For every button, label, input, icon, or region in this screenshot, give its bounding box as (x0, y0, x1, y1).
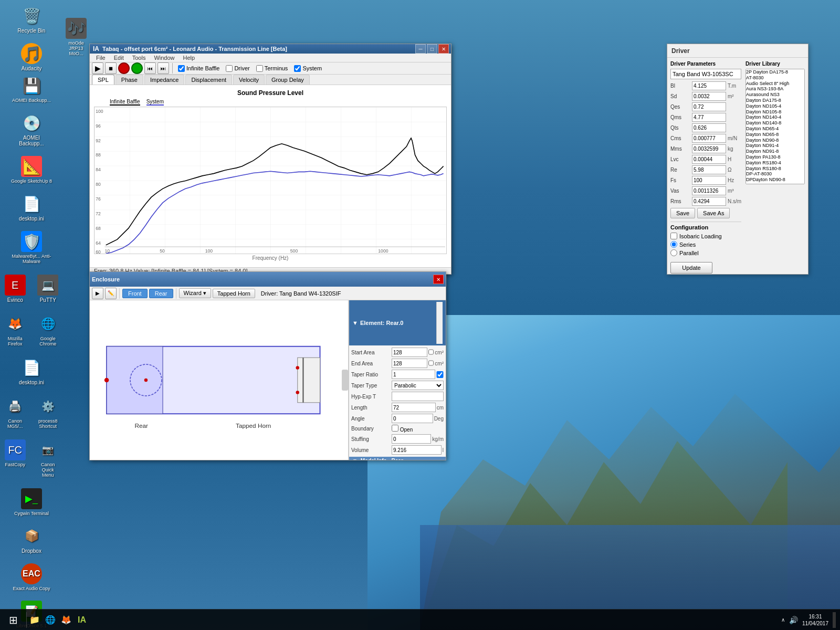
stuffing-input[interactable] (392, 434, 431, 444)
taper-type-select[interactable]: Parabolic Linear Exponential (392, 381, 444, 390)
icon-aomei[interactable]: 💾 AOMEI Backupp... (8, 71, 55, 107)
config-isobaric[interactable]: Isobaric Loading (670, 233, 741, 239)
lib-item-11[interactable]: Dayton ND65-8 (746, 132, 804, 138)
taskbar-firefox-button[interactable]: 🦊 (58, 612, 74, 628)
angle-input[interactable] (392, 414, 433, 423)
cb-infinite-baffle[interactable]: Infinite Baffle (178, 65, 219, 72)
icon-process[interactable]: ⚙️ process8 Shortcut (36, 392, 60, 433)
main-window-titlebar[interactable]: IA Tabaq - offset port 6cm² - Leonard Au… (90, 44, 451, 54)
taper-ratio-checkbox[interactable] (436, 371, 444, 378)
tab-velocity[interactable]: Velocity (233, 75, 265, 85)
param-qms-input[interactable] (692, 113, 726, 122)
taskbar-app-button[interactable]: IA (74, 612, 90, 628)
param-sd-input[interactable] (692, 92, 726, 101)
driver-model-input[interactable] (670, 69, 741, 79)
tab-spl[interactable]: SPL (92, 75, 114, 85)
tab-group-delay[interactable]: Group Delay (266, 75, 310, 85)
enc-tab-rear[interactable]: Rear (149, 289, 173, 298)
lib-item-7[interactable]: Dayton ND105-8 (746, 109, 804, 115)
icon-chrome[interactable]: 🌐 Google Chrome (36, 309, 60, 351)
cb-system[interactable]: System (294, 65, 322, 72)
menu-edit[interactable]: Edit (110, 54, 128, 62)
tab-displacement[interactable]: Displacement (185, 75, 232, 85)
toolbar-play[interactable] (131, 62, 143, 74)
param-mms-input[interactable] (692, 144, 726, 153)
icon-putty[interactable]: 💻 PuTTY (36, 270, 60, 307)
boundary-checkbox[interactable] (392, 425, 398, 432)
param-re-input[interactable] (692, 165, 726, 174)
lib-item-13[interactable]: Dayton ND91-4 (746, 143, 804, 149)
param-cms-input[interactable] (692, 134, 726, 143)
menu-help[interactable]: Help (179, 54, 200, 62)
icon-canon-quick[interactable]: 📷 Canon Quick Menu (36, 435, 60, 482)
start-area-checkbox[interactable] (428, 349, 434, 355)
icon-recycle-bin[interactable]: 🗑️ Recycle Bin (8, 1, 55, 38)
icon-fastcopy[interactable]: FC FastCopy (3, 435, 27, 482)
tray-volume-icon[interactable]: 🔊 (789, 616, 798, 624)
menu-tools[interactable]: Tools (128, 54, 150, 62)
param-fs-input[interactable] (692, 176, 726, 185)
driver-window-title[interactable]: Driver (667, 44, 808, 58)
icon-desktop-ini[interactable]: 📄 desktop.ini (8, 189, 55, 226)
icon-canon[interactable]: 🖨️ Canon MG5/... (3, 392, 27, 433)
cb-terminus[interactable]: Terminus (256, 65, 288, 72)
lib-item-6[interactable]: Dayton ND105-4 (746, 103, 804, 109)
start-button[interactable]: ⊞ (0, 610, 26, 631)
series-radio[interactable] (670, 241, 677, 248)
icon-dropbox[interactable]: 📦 Dropbox (8, 521, 55, 558)
show-desktop-btn[interactable] (833, 612, 836, 628)
enc-toolbar-edit[interactable]: ✏️ (105, 288, 117, 299)
taskbar-files-button[interactable]: 📁 (27, 612, 43, 628)
cb-terminus-input[interactable] (256, 65, 263, 72)
length-input[interactable] (392, 403, 436, 412)
tapped-horn-button[interactable]: Tapped Horn (213, 289, 255, 298)
panel-scrollbar[interactable] (436, 302, 443, 344)
param-qes-input[interactable] (692, 102, 726, 111)
lib-item-20[interactable]: DS-AT-8030 (746, 183, 804, 184)
enc-tab-front[interactable]: Front (122, 289, 148, 298)
lib-item-4[interactable]: Aurasound NS3 (746, 92, 804, 98)
config-series[interactable]: Series (670, 241, 741, 248)
lib-item-18[interactable]: DP-AT-8030 (746, 171, 804, 177)
param-rms-input[interactable] (692, 197, 726, 206)
enclosure-titlebar[interactable]: Enclosure ✕ (90, 272, 446, 287)
icon-eac[interactable]: EAC Exact Audio Copy (8, 559, 55, 595)
lib-item-16[interactable]: Dayton RS180-4 (746, 160, 804, 166)
maximize-button[interactable]: □ (427, 44, 437, 54)
lib-item-19[interactable]: DPDayton ND90-8 (746, 177, 804, 183)
parallel-radio[interactable] (670, 249, 677, 256)
param-qts-input[interactable] (692, 123, 726, 132)
hyp-exp-input[interactable] (392, 392, 444, 401)
tab-phase[interactable]: Phase (116, 75, 143, 85)
lib-item-12[interactable]: Dayton ND90-8 (746, 138, 804, 143)
icon-google-sketchup[interactable]: 📐 Google SketchUp 8 (8, 152, 55, 188)
taskbar-browser-button[interactable]: 🌐 (43, 612, 58, 628)
tab-impedance[interactable]: Impedance (144, 75, 184, 85)
toolbar-open[interactable]: ⏹ (105, 62, 117, 74)
lib-item-2[interactable]: Audio Select 8" High (746, 81, 804, 87)
save-button[interactable]: Save (670, 208, 695, 218)
lib-item-15[interactable]: Dayton PA130-8 (746, 154, 804, 160)
config-parallel[interactable]: Parallel (670, 249, 741, 256)
isobaric-checkbox[interactable] (670, 233, 677, 239)
icon-desktop-ini2[interactable]: 📄 desktop.ini (8, 353, 55, 390)
icon-cygwin[interactable]: ▶_ Cygwin Terminal (8, 484, 55, 520)
icon-firefox[interactable]: 🦊 Mozilla Firefox (3, 309, 27, 351)
diagram-scrollbar-handle[interactable] (342, 370, 348, 391)
end-area-cb-label[interactable] (428, 360, 434, 368)
tray-expand[interactable]: ∧ (781, 617, 785, 623)
enc-toolbar-play[interactable]: ▶ (92, 288, 103, 299)
lib-item-3[interactable]: Aura NS3-193-8A (746, 86, 804, 92)
lib-item-10[interactable]: Dayton ND65-4 (746, 126, 804, 132)
start-area-cb-label[interactable] (428, 349, 434, 356)
param-bl-input[interactable] (692, 81, 726, 90)
lib-item-0[interactable]: 2P Dayton DA175-8 (746, 69, 804, 75)
toolbar-new[interactable]: ▶ (92, 62, 103, 74)
lib-item-9[interactable]: Dayton ND140-8 (746, 120, 804, 126)
driver-library-list[interactable]: 2P Dayton DA175-8 AT-8030 Audio Select 8… (746, 69, 805, 184)
toolbar-record[interactable] (118, 62, 130, 74)
cb-system-input[interactable] (294, 65, 301, 72)
lib-item-17[interactable]: Dayton RS180-8 (746, 166, 804, 172)
close-button[interactable]: ✕ (438, 44, 449, 54)
lib-item-14[interactable]: Dayton ND91-8 (746, 149, 804, 154)
